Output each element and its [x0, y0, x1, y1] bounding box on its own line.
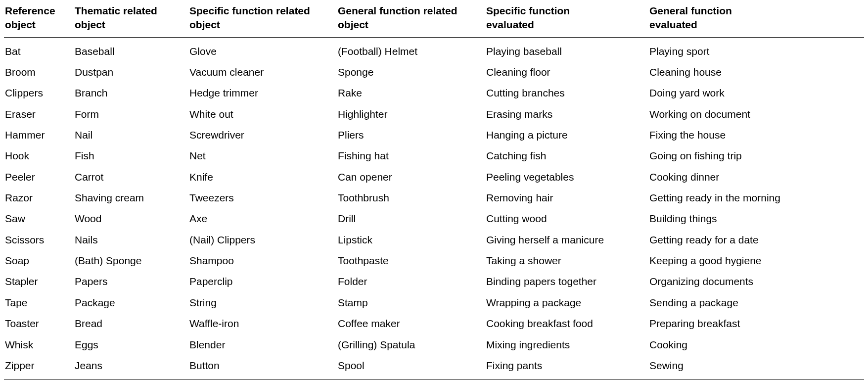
cell: Can opener [337, 167, 485, 188]
cell: Lipstick [337, 230, 485, 250]
table-row: StaplerPapersPaperclipFolderBinding pape… [4, 271, 864, 292]
table-row: BatBaseballGlove(Football) HelmetPlaying… [4, 37, 864, 62]
cell: Shaving cream [74, 188, 188, 208]
header-line: evaluated [486, 19, 534, 30]
cell: Keeping a good hygiene [648, 250, 864, 271]
cell: Paperclip [188, 271, 337, 292]
cell: Toothpaste [337, 250, 485, 271]
header-line: Thematic related [75, 5, 157, 16]
cell: Giving herself a manicure [485, 230, 648, 250]
cell: Spool [337, 355, 485, 380]
cell: Knife [188, 167, 337, 188]
cell: Bread [74, 313, 188, 334]
table-row: ScissorsNails(Nail) ClippersLipstickGivi… [4, 230, 864, 250]
cell: Erasing marks [485, 104, 648, 125]
cell: Dustpan [74, 62, 188, 83]
cell: Mixing ingredients [485, 334, 648, 355]
header-line: evaluated [649, 19, 697, 30]
cell: Vacuum cleaner [188, 62, 337, 83]
cell: Toaster [4, 313, 74, 334]
cell: Papers [74, 271, 188, 292]
table-row: WhiskEggsBlender(Grilling) SpatulaMixing… [4, 334, 864, 355]
table-row: HammerNailScrewdriverPliersHanging a pic… [4, 125, 864, 145]
cell: Branch [74, 83, 188, 103]
cell: Eggs [74, 334, 188, 355]
cell: Baseball [74, 37, 188, 62]
table-row: EraserFormWhite outHighlighterErasing ma… [4, 104, 864, 125]
table-row: Soap(Bath) SpongeShampooToothpasteTaking… [4, 250, 864, 271]
cell: Cutting branches [485, 83, 648, 103]
table-row: ZipperJeansButtonSpoolFixing pantsSewing [4, 355, 864, 380]
cell: Bat [4, 37, 74, 62]
cell: (Football) Helmet [337, 37, 485, 62]
table-header: Reference object Thematic related object… [4, 0, 864, 37]
cell: Highlighter [337, 104, 485, 125]
cell: Building things [648, 208, 864, 229]
col-header-thematic-related-object: Thematic related object [74, 0, 188, 37]
header-line: object [338, 19, 368, 30]
cell: Playing sport [648, 37, 864, 62]
cell: Nails [74, 230, 188, 250]
cell: Folder [337, 271, 485, 292]
cell: Stapler [4, 271, 74, 292]
cell: Getting ready for a date [648, 230, 864, 250]
header-line: General function [649, 5, 732, 16]
cell: Working on document [648, 104, 864, 125]
cell: Razor [4, 188, 74, 208]
cell: Blender [188, 334, 337, 355]
cell: Pliers [337, 125, 485, 145]
cell: Glove [188, 37, 337, 62]
cell: Cutting wood [485, 208, 648, 229]
cell: Cooking dinner [648, 167, 864, 188]
cell: Hook [4, 145, 74, 166]
cell: Fixing the house [648, 125, 864, 145]
cell: Fish [74, 145, 188, 166]
cell: Coffee maker [337, 313, 485, 334]
cell: Getting ready in the morning [648, 188, 864, 208]
cell: Form [74, 104, 188, 125]
cell: Peeler [4, 167, 74, 188]
header-line: object [75, 19, 105, 30]
header-line: object [5, 19, 36, 30]
cell: Button [188, 355, 337, 380]
cell: Cooking [648, 334, 864, 355]
cell: String [188, 292, 337, 313]
cell: Cooking breakfast food [485, 313, 648, 334]
col-header-specific-function-related-object: Specific function related object [188, 0, 337, 37]
cell: Shampoo [188, 250, 337, 271]
cell: Rake [337, 83, 485, 103]
table-row: RazorShaving creamTweezersToothbrushRemo… [4, 188, 864, 208]
cell: Sponge [337, 62, 485, 83]
cell: Axe [188, 208, 337, 229]
cell: Screwdriver [188, 125, 337, 145]
cell: Tweezers [188, 188, 337, 208]
col-header-general-function-evaluated: General function evaluated [648, 0, 864, 37]
cell: Hanging a picture [485, 125, 648, 145]
header-row: Reference object Thematic related object… [4, 0, 864, 37]
cell: Stamp [337, 292, 485, 313]
cell: Preparing breakfast [648, 313, 864, 334]
cell: Clippers [4, 83, 74, 103]
cell: Zipper [4, 355, 74, 380]
cell: Cleaning house [648, 62, 864, 83]
header-line: Specific function related [189, 5, 310, 16]
cell: Organizing documents [648, 271, 864, 292]
cell: Binding papers together [485, 271, 648, 292]
header-line: Specific function [486, 5, 570, 16]
cell: Cleaning floor [485, 62, 648, 83]
cell: Sewing [648, 355, 864, 380]
cell: Eraser [4, 104, 74, 125]
stimuli-table: Reference object Thematic related object… [4, 0, 864, 380]
header-line: Reference [5, 5, 55, 16]
table-row: HookFishNetFishing hatCatching fishGoing… [4, 145, 864, 166]
table-row: SawWoodAxeDrillCutting woodBuilding thin… [4, 208, 864, 229]
cell: Going on fishing trip [648, 145, 864, 166]
cell: Drill [337, 208, 485, 229]
cell: Wrapping a package [485, 292, 648, 313]
cell: Hammer [4, 125, 74, 145]
cell: Soap [4, 250, 74, 271]
table-row: ClippersBranchHedge trimmerRakeCutting b… [4, 83, 864, 103]
cell: Fishing hat [337, 145, 485, 166]
cell: (Nail) Clippers [188, 230, 337, 250]
cell: Playing baseball [485, 37, 648, 62]
